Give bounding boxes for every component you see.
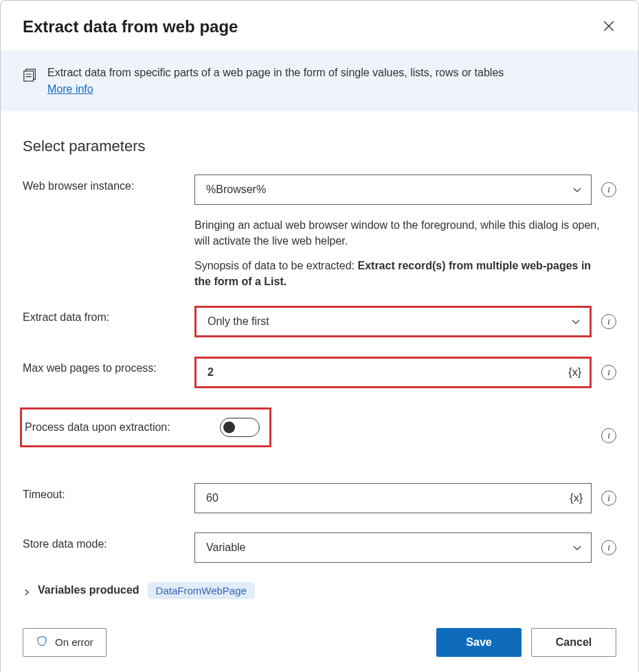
row-store-mode: Store data mode: Variable i <box>23 533 616 563</box>
chevron-down-icon <box>572 184 583 195</box>
insert-variable-icon[interactable]: {x} <box>568 366 581 379</box>
info-icon[interactable]: i <box>601 428 616 443</box>
max-pages-input[interactable]: 2 {x} <box>194 357 592 388</box>
cancel-button[interactable]: Cancel <box>531 628 616 657</box>
svg-rect-3 <box>24 71 34 81</box>
chevron-down-icon <box>572 542 583 553</box>
timeout-value: 60 <box>206 492 570 504</box>
variable-chip[interactable]: DataFromWebPage <box>148 582 255 599</box>
chevron-down-icon <box>570 316 581 327</box>
help-line2: Synopsis of data to be extracted: Extrac… <box>194 258 610 289</box>
chevron-right-icon <box>23 587 30 594</box>
row-max-pages: Max web pages to process: 2 {x} i <box>23 357 616 388</box>
section-heading: Select parameters <box>23 137 616 155</box>
extract-data-from-select[interactable]: Only the first <box>194 306 592 337</box>
extract-data-icon <box>23 67 38 82</box>
label-extract-data-from: Extract data from: <box>23 306 194 324</box>
extract-data-from-value: Only the first <box>208 315 269 328</box>
help-text-block: Bringing an actual web browser window to… <box>23 217 610 289</box>
process-data-toggle[interactable] <box>220 418 260 437</box>
on-error-button[interactable]: On error <box>23 628 106 657</box>
help-line2-prefix: Synopsis of data to be extracted: <box>194 260 357 271</box>
cancel-label: Cancel <box>556 636 592 649</box>
dialog-content: Select parameters Web browser instance: … <box>1 111 638 616</box>
save-button[interactable]: Save <box>436 628 522 657</box>
banner-text: Extract data from specific parts of a we… <box>47 67 504 78</box>
info-banner: Extract data from specific parts of a we… <box>1 50 638 111</box>
save-label: Save <box>466 636 491 649</box>
web-browser-instance-select[interactable]: %Browser% <box>194 175 592 205</box>
dialog-title: Extract data from web page <box>23 17 238 36</box>
variables-produced-label: Variables produced <box>38 584 139 596</box>
row-process-data: Process data upon extraction: i <box>23 407 616 464</box>
help-line1: Bringing an actual web browser window to… <box>194 217 610 249</box>
on-error-label: On error <box>55 636 93 648</box>
info-icon[interactable]: i <box>601 182 616 197</box>
close-icon[interactable] <box>603 20 616 34</box>
info-icon[interactable]: i <box>601 540 616 555</box>
timeout-input[interactable]: 60 {x} <box>194 483 592 513</box>
label-web-browser-instance: Web browser instance: <box>23 175 194 192</box>
store-mode-select[interactable]: Variable <box>194 533 592 563</box>
shield-icon <box>36 635 48 649</box>
row-timeout: Timeout: 60 {x} i <box>23 483 616 513</box>
variables-produced-row[interactable]: Variables produced DataFromWebPage <box>23 582 616 599</box>
dialog-footer: On error Save Cancel <box>1 616 638 672</box>
label-process-data: Process data upon extraction: <box>22 421 195 434</box>
web-browser-instance-value: %Browser% <box>206 183 266 196</box>
process-data-highlight: Process data upon extraction: <box>20 407 271 447</box>
insert-variable-icon[interactable]: {x} <box>570 492 583 504</box>
info-icon[interactable]: i <box>601 314 616 329</box>
dialog-header: Extract data from web page <box>1 1 638 50</box>
label-max-pages: Max web pages to process: <box>23 357 194 374</box>
row-extract-data-from: Extract data from: Only the first i <box>23 306 616 337</box>
label-timeout: Timeout: <box>23 483 194 501</box>
label-store-mode: Store data mode: <box>23 533 194 550</box>
max-pages-value: 2 <box>208 366 568 379</box>
store-mode-value: Variable <box>206 541 246 554</box>
toggle-knob <box>223 421 235 433</box>
info-icon[interactable]: i <box>601 365 616 380</box>
dialog: Extract data from web page Extract data … <box>0 0 639 672</box>
banner-body: Extract data from specific parts of a we… <box>47 65 504 96</box>
info-icon[interactable]: i <box>601 491 616 506</box>
row-web-browser-instance: Web browser instance: %Browser% i <box>23 175 616 205</box>
more-info-link[interactable]: More info <box>47 82 93 97</box>
